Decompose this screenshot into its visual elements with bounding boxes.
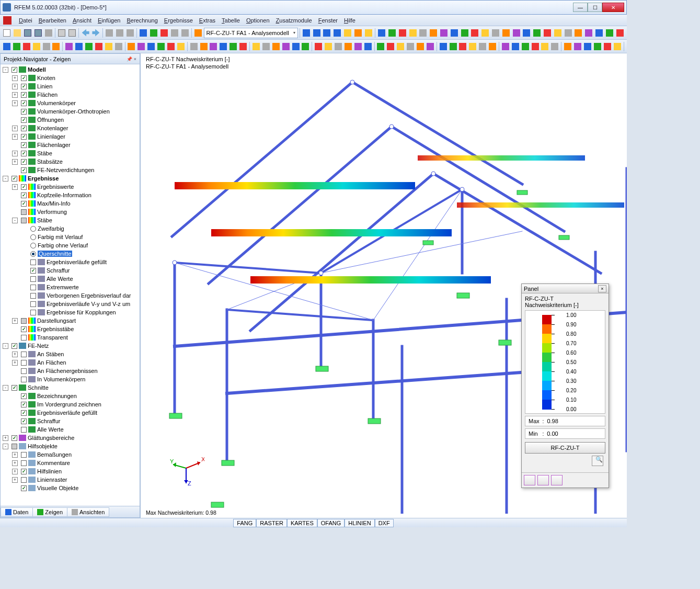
expand-icon[interactable]: + bbox=[12, 126, 18, 131]
tool2-15-icon[interactable] bbox=[156, 41, 166, 52]
res2-icon[interactable] bbox=[353, 27, 363, 39]
tree-label[interactable]: Ergebnisverläufe gefüllt bbox=[47, 259, 107, 265]
tree-label[interactable]: Bezeichnungen bbox=[37, 393, 77, 399]
tree-item[interactable]: Im Vordergrund zeichnen bbox=[1, 400, 140, 409]
undo-icon[interactable] bbox=[81, 27, 90, 39]
panel-tab-colors-icon[interactable] bbox=[524, 475, 535, 485]
tool2-31-icon[interactable] bbox=[324, 41, 333, 52]
status-fang[interactable]: FANG bbox=[233, 519, 256, 527]
tree-label[interactable]: Ergebniswerte bbox=[37, 184, 74, 190]
tool2-21-icon[interactable] bbox=[219, 41, 228, 52]
tree-item[interactable]: Querschnitte bbox=[1, 250, 140, 258]
first-icon[interactable] bbox=[301, 27, 311, 39]
tool2-13-icon[interactable] bbox=[136, 41, 146, 52]
menu-fenster[interactable]: Fenster bbox=[315, 16, 341, 25]
tree-label[interactable]: Max/Min-Info bbox=[37, 200, 71, 207]
tree-label[interactable]: Linienlager bbox=[37, 133, 65, 140]
tool2-8-icon[interactable] bbox=[84, 41, 94, 52]
tree-label[interactable]: Ergebnisstäbe bbox=[37, 326, 74, 332]
tool2-48-icon[interactable] bbox=[501, 41, 510, 52]
tool2-32-icon[interactable] bbox=[334, 41, 343, 52]
tree-label[interactable]: Kommentare bbox=[37, 460, 70, 466]
expand-icon[interactable]: + bbox=[12, 460, 18, 466]
checkbox[interactable] bbox=[21, 377, 27, 382]
copy-icon[interactable] bbox=[43, 27, 53, 39]
expand-icon[interactable]: + bbox=[3, 435, 8, 441]
tree-item[interactable]: Verborgenen Ergebnisverlauf dar bbox=[1, 291, 140, 300]
tree-item[interactable]: +An Flächen bbox=[1, 358, 140, 367]
checkbox[interactable] bbox=[21, 84, 27, 89]
tool-19-icon[interactable] bbox=[573, 27, 583, 39]
tool2-30-icon[interactable] bbox=[314, 41, 323, 52]
tool2-16-icon[interactable] bbox=[166, 41, 176, 52]
tool2-53-icon[interactable] bbox=[550, 41, 559, 52]
tree-item[interactable]: Kopfzeile-Information bbox=[1, 191, 140, 199]
paste-icon[interactable] bbox=[125, 27, 135, 39]
tree-item[interactable]: Transparent bbox=[1, 333, 140, 342]
tool2-57-icon[interactable] bbox=[593, 41, 602, 52]
checkbox[interactable] bbox=[21, 485, 27, 491]
menu-extras[interactable]: Extras bbox=[196, 16, 219, 25]
tree-label[interactable]: An Flächenergebnissen bbox=[37, 368, 98, 374]
tool2-1-icon[interactable] bbox=[12, 41, 21, 52]
tree-label[interactable]: Visuelle Objekte bbox=[37, 485, 78, 491]
tool2-58-icon[interactable] bbox=[603, 41, 612, 52]
status-hlinien[interactable]: HLINIEN bbox=[345, 519, 374, 527]
checkbox[interactable] bbox=[21, 318, 27, 324]
expand-icon[interactable]: + bbox=[12, 360, 18, 366]
print-preview-icon[interactable] bbox=[67, 27, 77, 39]
checkbox[interactable] bbox=[21, 75, 27, 81]
tree-item[interactable]: +Stäbe bbox=[1, 149, 140, 157]
menu-berechnung[interactable]: Berechnung bbox=[123, 16, 160, 25]
next-icon[interactable] bbox=[322, 27, 332, 39]
checkbox[interactable] bbox=[21, 452, 27, 458]
tree-item[interactable]: +An Stäben bbox=[1, 350, 140, 358]
tool-12-icon[interactable] bbox=[501, 27, 511, 39]
tree-item[interactable]: Bezeichnungen bbox=[1, 392, 140, 400]
checkbox[interactable] bbox=[21, 134, 27, 140]
checkbox[interactable] bbox=[21, 159, 27, 165]
tree-item[interactable]: Ergebnisstäbe bbox=[1, 325, 140, 333]
tab-zeigen[interactable]: Zeigen bbox=[32, 507, 67, 517]
tree-item[interactable]: An Flächenergebnissen bbox=[1, 367, 140, 375]
tool-3-icon[interactable] bbox=[408, 27, 418, 39]
tree-label[interactable]: In Volumenkörpern bbox=[37, 376, 85, 382]
tree-item[interactable]: Verformung bbox=[1, 208, 140, 216]
tool2-14-icon[interactable] bbox=[146, 41, 156, 52]
tool2-27-icon[interactable] bbox=[281, 41, 291, 52]
tool-16-icon[interactable] bbox=[543, 27, 553, 39]
expand-icon[interactable]: + bbox=[12, 151, 18, 156]
checkbox[interactable] bbox=[12, 67, 17, 73]
tool2-45-icon[interactable] bbox=[468, 41, 477, 52]
checkbox[interactable] bbox=[21, 477, 27, 483]
tab-daten[interactable]: Daten bbox=[1, 507, 33, 517]
tree-item[interactable]: Farbig ohne Verlauf bbox=[1, 241, 140, 250]
maximize-button[interactable]: ☐ bbox=[588, 3, 602, 12]
checkbox[interactable] bbox=[21, 393, 27, 399]
checkbox[interactable] bbox=[12, 435, 17, 441]
tree-item[interactable]: -Schnitte bbox=[1, 383, 140, 392]
checkbox[interactable] bbox=[30, 310, 36, 315]
checkbox[interactable] bbox=[21, 184, 27, 190]
checkbox[interactable] bbox=[21, 460, 27, 466]
tree-label[interactable]: FE-Netzverdichtungen bbox=[37, 167, 94, 173]
tree-label[interactable]: Flächenlager bbox=[37, 142, 71, 148]
tree-item[interactable]: Ergebnisse für Kopplungen bbox=[1, 308, 140, 316]
tool-23-icon[interactable] bbox=[615, 27, 625, 39]
tool2-55-icon[interactable] bbox=[573, 41, 582, 52]
tree-label[interactable]: Flächen bbox=[37, 92, 58, 98]
checkbox[interactable] bbox=[21, 427, 27, 433]
expand-icon[interactable]: - bbox=[3, 385, 8, 391]
tool2-54-icon[interactable] bbox=[563, 41, 572, 52]
checkbox[interactable] bbox=[21, 92, 27, 98]
redo-icon[interactable] bbox=[91, 27, 101, 39]
tool2-37-icon[interactable] bbox=[386, 41, 395, 52]
tree-label[interactable]: Hilfsobjekte bbox=[28, 443, 58, 449]
copy2-icon[interactable] bbox=[115, 27, 125, 39]
tree-item[interactable]: In Volumenkörpern bbox=[1, 375, 140, 383]
tree-label[interactable]: Verformung bbox=[37, 209, 67, 215]
tree-item[interactable]: +Bemaßungen bbox=[1, 450, 140, 459]
status-raster[interactable]: RASTER bbox=[256, 519, 287, 527]
checkbox[interactable] bbox=[21, 117, 27, 123]
tool2-2-icon[interactable] bbox=[22, 41, 31, 52]
